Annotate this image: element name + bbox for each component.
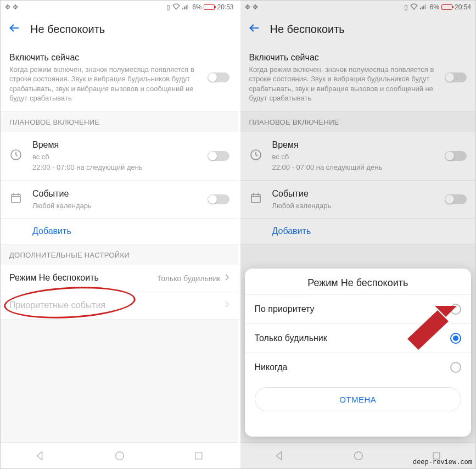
back-arrow-icon[interactable]	[8, 22, 20, 36]
mode-row-title: Режим Не беспокоить	[9, 272, 157, 284]
event-row[interactable]: Событие Любой календарь	[1, 180, 238, 218]
signal-icon	[182, 3, 190, 11]
dialog-option-never[interactable]: Никогда	[245, 353, 472, 382]
enable-now-title: Включить сейчас	[9, 52, 202, 64]
svg-rect-1	[184, 7, 185, 9]
nav-home-icon[interactable]	[114, 450, 126, 462]
app2-icon: ✥	[13, 3, 18, 11]
wifi-icon	[172, 3, 180, 12]
chevron-right-icon	[224, 273, 229, 283]
calendar-icon	[9, 192, 25, 207]
scheduled-section-header: ПЛАНОВОЕ ВКЛЮЧЕНИЕ	[1, 111, 238, 132]
nav-bar	[1, 442, 238, 468]
phone-left: ✥ ✥ ▯ 6% 20:53 Не беспокоить Включить се…	[1, 1, 238, 468]
enable-now-desc: Когда режим включен, значок полумесяца п…	[9, 65, 202, 103]
extra-section-header: ДОПОЛНИТЕЛЬНЫЕ НАСТРОЙКИ	[1, 244, 238, 265]
svg-marker-10	[37, 451, 42, 460]
svg-rect-3	[187, 4, 188, 9]
phone-right: ✥ ✥ ▯ 6% 20:54 Не беспокоить Включить се…	[238, 1, 476, 468]
svg-rect-0	[182, 8, 183, 9]
enable-now-toggle[interactable]	[208, 72, 229, 82]
svg-rect-6	[12, 194, 20, 203]
status-left-icons: ✥ ✥	[5, 3, 18, 11]
dialog-option-alarm-only[interactable]: Только будильник	[245, 323, 472, 353]
dnd-mode-dialog: Режим Не беспокоить По приоритету Только…	[245, 269, 472, 437]
header: Не беспокоить	[1, 14, 238, 44]
time-row-sub1: вс сб	[32, 152, 202, 162]
clock-icon	[9, 148, 25, 164]
watermark: deep-review.com	[413, 459, 472, 466]
vibrate-icon: ▯	[166, 3, 170, 11]
dialog-option-label: Никогда	[255, 362, 288, 372]
dialog-option-label: Только будильник	[255, 333, 327, 343]
battery-icon	[204, 4, 215, 10]
add-row[interactable]: Добавить	[1, 218, 238, 244]
radio-selected-icon[interactable]	[450, 333, 461, 344]
cancel-button[interactable]: ОТМЕНА	[255, 387, 462, 411]
event-row-title: Событие	[32, 188, 202, 200]
time-row-title: Время	[32, 139, 202, 151]
radio-unselected-icon[interactable]	[450, 304, 461, 315]
dialog-option-label: По приоритету	[255, 304, 315, 314]
event-toggle[interactable]	[208, 194, 229, 204]
mode-row[interactable]: Режим Не беспокоить Только будильник	[1, 265, 238, 292]
page-title: Не беспокоить	[30, 23, 105, 36]
clock: 20:53	[217, 3, 233, 11]
svg-point-11	[116, 451, 124, 460]
mode-row-value: Только будильник	[157, 274, 221, 283]
dialog-option-priority[interactable]: По приоритету	[245, 294, 472, 323]
time-toggle[interactable]	[208, 151, 229, 161]
svg-rect-2	[186, 5, 187, 9]
event-row-sub: Любой календарь	[32, 201, 202, 211]
battery-pct: 6%	[192, 3, 201, 11]
add-link[interactable]: Добавить	[32, 226, 71, 236]
nav-back-icon[interactable]	[34, 450, 46, 462]
app1-icon: ✥	[5, 3, 10, 11]
time-row[interactable]: Время вс сб 22:00 - 07:00 на следующий д…	[1, 132, 238, 180]
radio-unselected-icon[interactable]	[450, 362, 461, 373]
status-bar: ✥ ✥ ▯ 6% 20:53	[1, 1, 238, 14]
priority-events-title: Приоритетные события	[9, 300, 224, 311]
chevron-right-icon	[224, 300, 229, 310]
svg-rect-12	[195, 453, 202, 459]
dialog-title: Режим Не беспокоить	[245, 277, 472, 294]
priority-events-row: Приоритетные события	[1, 292, 238, 319]
nav-recent-icon[interactable]	[193, 450, 204, 461]
time-row-sub2: 22:00 - 07:00 на следующий день	[32, 163, 202, 172]
enable-now-row[interactable]: Включить сейчас Когда режим включен, зна…	[1, 44, 238, 111]
